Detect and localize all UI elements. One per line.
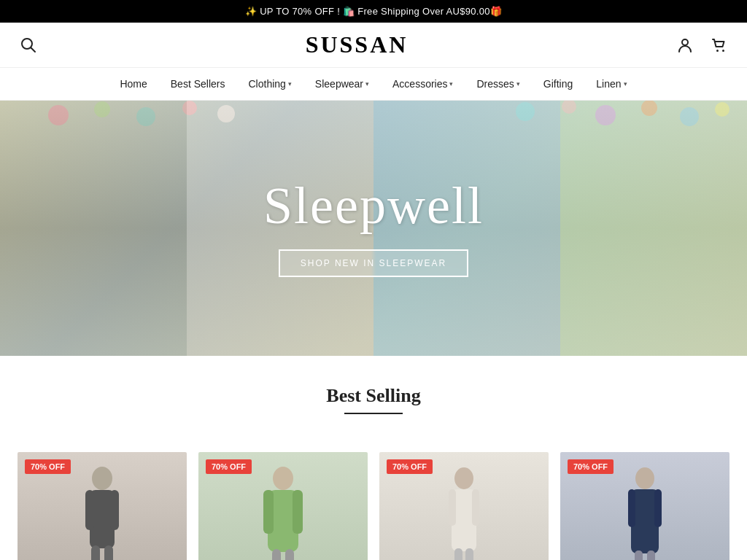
svg-rect-25 — [293, 490, 303, 534]
announcement-bar: ✨ UP TO 70% OFF ! 🛍️ Free Shipping Over … — [0, 0, 747, 23]
header-right-icons — [674, 34, 729, 56]
product-grid: 70% OFF 70% OFF — [0, 452, 747, 560]
svg-rect-39 — [647, 551, 655, 561]
sleepwear-chevron-icon: ▾ — [365, 80, 369, 88]
product-card-3[interactable]: 70% OFF — [379, 452, 549, 560]
best-selling-title: Best Selling — [18, 385, 729, 407]
product-3-badge: 70% OFF — [387, 459, 433, 474]
clothing-chevron-icon: ▾ — [288, 80, 292, 88]
nav-item-gifting[interactable]: Gifting — [535, 68, 581, 100]
svg-rect-33 — [465, 548, 473, 561]
svg-rect-18 — [85, 490, 94, 530]
svg-rect-30 — [449, 489, 456, 526]
product-4-figure — [619, 465, 670, 561]
hero-person-4 — [560, 101, 747, 356]
search-button[interactable] — [18, 34, 39, 56]
nav-item-home[interactable]: Home — [111, 68, 155, 100]
svg-rect-36 — [628, 489, 635, 527]
search-icon — [20, 37, 36, 53]
svg-point-28 — [454, 467, 473, 489]
svg-point-4 — [722, 50, 724, 52]
header: SUSSAN — [0, 23, 747, 68]
dresses-chevron-icon: ▾ — [516, 80, 520, 88]
product-card-2[interactable]: 70% OFF — [198, 452, 368, 560]
best-selling-section: Best Selling — [0, 356, 747, 452]
svg-point-2 — [682, 39, 688, 45]
hero-cta-button[interactable]: SHOP NEW IN SLEEPWEAR — [279, 249, 468, 277]
account-button[interactable] — [674, 34, 696, 56]
product-2-figure — [258, 465, 309, 561]
nav-item-clothing[interactable]: Clothing ▾ — [239, 68, 300, 100]
main-nav: Home Best Sellers Clothing ▾ Sleepwear ▾… — [0, 68, 747, 101]
svg-point-34 — [635, 467, 654, 489]
nav-item-sleepwear[interactable]: Sleepwear ▾ — [306, 68, 378, 100]
svg-rect-37 — [654, 489, 662, 527]
best-selling-underline — [344, 413, 403, 414]
hero-content: Sleepwell SHOP NEW IN SLEEPWEAR — [263, 179, 484, 277]
svg-rect-38 — [635, 551, 643, 561]
svg-line-1 — [31, 47, 36, 52]
product-4-badge: 70% OFF — [568, 459, 614, 474]
product-2-badge: 70% OFF — [206, 459, 252, 474]
account-icon — [677, 37, 693, 53]
product-1-figure — [77, 465, 128, 561]
accessories-chevron-icon: ▾ — [449, 80, 453, 88]
svg-point-3 — [716, 50, 719, 52]
cart-button[interactable] — [708, 34, 729, 56]
svg-point-16 — [92, 467, 112, 490]
svg-point-22 — [273, 467, 293, 490]
nav-item-best-sellers[interactable]: Best Sellers — [162, 68, 234, 100]
logo[interactable]: SUSSAN — [306, 31, 409, 58]
svg-rect-20 — [91, 545, 100, 561]
svg-rect-26 — [272, 549, 281, 561]
nav-item-dresses[interactable]: Dresses ▾ — [468, 68, 528, 100]
announcement-text: ✨ UP TO 70% OFF ! 🛍️ Free Shipping Over … — [245, 6, 502, 17]
product-card-1[interactable]: 70% OFF — [18, 452, 187, 560]
product-3-figure — [438, 465, 489, 561]
hero-banner: Sleepwell SHOP NEW IN SLEEPWEAR — [0, 101, 747, 356]
svg-rect-27 — [285, 549, 294, 561]
svg-rect-24 — [263, 490, 274, 534]
svg-rect-19 — [110, 490, 119, 530]
hero-person-1 — [0, 101, 187, 356]
linen-chevron-icon: ▾ — [624, 80, 627, 88]
nav-item-accessories[interactable]: Accessories ▾ — [384, 68, 462, 100]
product-1-badge: 70% OFF — [25, 459, 71, 474]
svg-rect-31 — [472, 489, 479, 526]
svg-rect-21 — [104, 545, 113, 561]
product-card-4[interactable]: 70% OFF — [560, 452, 729, 560]
svg-rect-32 — [454, 548, 462, 561]
nav-item-linen[interactable]: Linen ▾ — [587, 68, 635, 100]
cart-icon — [711, 37, 727, 53]
hero-title: Sleepwell — [263, 179, 484, 232]
